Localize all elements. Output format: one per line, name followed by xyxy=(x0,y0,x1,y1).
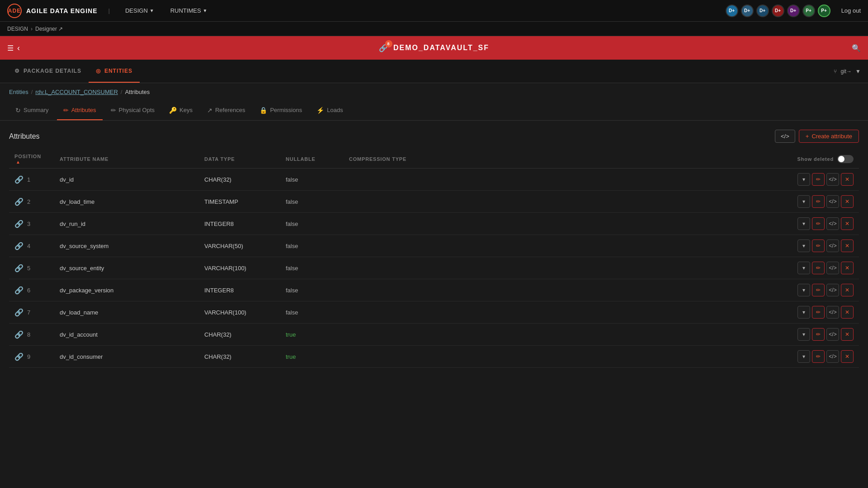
table-row: 🔗 2 dv_load_timeTIMESTAMPfalse ▾ ✏ </> ✕ xyxy=(9,191,859,213)
tab-physical-opts[interactable]: ✏ Physical Opts xyxy=(104,101,161,120)
avatar-1[interactable]: D+ xyxy=(726,5,738,17)
show-deleted-label: Show deleted xyxy=(797,156,834,162)
tab-summary[interactable]: ↻ Summary xyxy=(9,101,55,120)
row-expand-button[interactable]: ▾ xyxy=(797,262,810,274)
row-code-button[interactable]: </> xyxy=(826,173,839,186)
edit-icon: ✏ xyxy=(816,243,821,249)
row-delete-button[interactable]: ✕ xyxy=(841,195,854,208)
row-code-button[interactable]: </> xyxy=(826,239,839,252)
row-code-button[interactable]: </> xyxy=(826,195,839,208)
col-compression-type: COMPRESSION TYPE xyxy=(344,150,434,169)
row-edit-button[interactable]: ✏ xyxy=(812,173,825,186)
close-icon: ✕ xyxy=(845,221,849,227)
designer-breadcrumb-link[interactable]: Designer ↗ xyxy=(35,26,63,32)
pos-cell: 🔗 2 xyxy=(9,191,54,213)
row-pos-number: 3 xyxy=(27,221,30,227)
row-delete-button[interactable]: ✕ xyxy=(841,262,854,274)
tab-attributes[interactable]: ✏ Attributes xyxy=(57,101,103,120)
row-code-button[interactable]: </> xyxy=(826,262,839,274)
nullable-cell: false xyxy=(280,213,344,235)
edit-icon: ✏ xyxy=(816,309,821,315)
row-actions-cell: ▾ ✏ </> ✕ xyxy=(434,324,859,346)
entity-breadcrumb-link[interactable]: rdv.L_ACCOUNT_CONSUMER xyxy=(35,89,118,95)
red-header-bar: ☰ ‹ 🔗8 DEMO_DATAVAULT_SF 🔍 xyxy=(0,36,868,60)
close-icon: ✕ xyxy=(845,287,849,293)
nullable-cell: false xyxy=(280,257,344,279)
row-delete-button[interactable]: ✕ xyxy=(841,306,854,319)
row-edit-button[interactable]: ✏ xyxy=(812,306,825,319)
design-breadcrumb-link[interactable]: DESIGN xyxy=(7,26,28,32)
row-pos-number: 7 xyxy=(27,309,30,316)
attr-table-body: 🔗 1 dv_idCHAR(32)false ▾ ✏ </> ✕ 🔗 2 dv_… xyxy=(9,169,859,368)
row-pos-number: 4 xyxy=(27,243,30,249)
nullable-cell: true xyxy=(280,346,344,368)
header-search-icon[interactable]: 🔍 xyxy=(852,44,861,52)
row-edit-button[interactable]: ✏ xyxy=(812,284,825,296)
avatar-6[interactable]: P+ xyxy=(802,5,815,17)
header-db-title: DEMO_DATAVAULT_SF xyxy=(393,44,489,52)
table-row: 🔗 6 dv_package_versionINTEGER8false ▾ ✏ … xyxy=(9,279,859,301)
compression-type-cell xyxy=(344,279,434,301)
table-row: 🔗 9 dv_id_consumerCHAR(32)true ▾ ✏ </> ✕ xyxy=(9,346,859,368)
avatar-3[interactable]: D+ xyxy=(756,5,769,17)
row-expand-button[interactable]: ▾ xyxy=(797,239,810,252)
row-edit-button[interactable]: ✏ xyxy=(812,350,825,363)
menu-icon[interactable]: ☰ xyxy=(7,44,14,52)
row-edit-button[interactable]: ✏ xyxy=(812,195,825,208)
references-label: References xyxy=(215,107,245,113)
avatar-2[interactable]: D+ xyxy=(741,5,754,17)
row-delete-button[interactable]: ✕ xyxy=(841,350,854,363)
avatar-7[interactable]: P+ xyxy=(818,5,830,17)
row-delete-button[interactable]: ✕ xyxy=(841,284,854,296)
code-view-button[interactable]: </> xyxy=(775,130,795,143)
tab-loads[interactable]: ⚡ Loads xyxy=(310,101,349,120)
row-delete-button[interactable]: ✕ xyxy=(841,173,854,186)
row-delete-button[interactable]: ✕ xyxy=(841,328,854,341)
row-expand-button[interactable]: ▾ xyxy=(797,173,810,186)
tab-entities[interactable]: ◎ ENTITIES xyxy=(89,60,140,83)
create-attribute-button[interactable]: + Create attribute xyxy=(799,130,859,143)
attr-name-cell: dv_source_entity xyxy=(54,257,199,279)
row-actions-cell: ▾ ✏ </> ✕ xyxy=(434,279,859,301)
row-code-button[interactable]: </> xyxy=(826,350,839,363)
design-nav-button[interactable]: DESIGN ▼ xyxy=(121,5,159,16)
tab-keys[interactable]: 🔑 Keys xyxy=(163,101,199,120)
row-edit-button[interactable]: ✏ xyxy=(812,328,825,341)
data-type-cell: TIMESTAMP xyxy=(199,191,280,213)
close-icon: ✕ xyxy=(845,353,849,360)
data-type-cell: CHAR(32) xyxy=(199,169,280,191)
row-expand-button[interactable]: ▾ xyxy=(797,195,810,208)
row-edit-button[interactable]: ✏ xyxy=(812,217,825,230)
row-expand-button[interactable]: ▾ xyxy=(797,306,810,319)
row-code-button[interactable]: </> xyxy=(826,328,839,341)
row-delete-button[interactable]: ✕ xyxy=(841,239,854,252)
runtimes-nav-button[interactable]: RUNTIMES ▼ xyxy=(166,5,212,16)
row-code-button[interactable]: </> xyxy=(826,217,839,230)
avatar-5[interactable]: D+ xyxy=(787,5,800,17)
row-expand-button[interactable]: ▾ xyxy=(797,284,810,296)
entities-breadcrumb-link[interactable]: Entities xyxy=(9,89,28,95)
row-edit-button[interactable]: ✏ xyxy=(812,239,825,252)
tab-package-details[interactable]: ⚙ PACKAGE DETAILS xyxy=(7,60,89,83)
row-code-button[interactable]: </> xyxy=(826,284,839,296)
git-action[interactable]: ⑂ git→ ▼ xyxy=(834,68,861,75)
row-expand-button[interactable]: ▾ xyxy=(797,217,810,230)
tab-references[interactable]: ↗ References xyxy=(201,101,251,120)
logout-button[interactable]: Log out xyxy=(841,7,861,14)
row-expand-button[interactable]: ▾ xyxy=(797,328,810,341)
row-delete-button[interactable]: ✕ xyxy=(841,217,854,230)
close-icon: ✕ xyxy=(845,331,849,338)
back-icon[interactable]: ‹ xyxy=(17,43,20,53)
table-row: 🔗 7 dv_load_nameVARCHAR(100)false ▾ ✏ </… xyxy=(9,301,859,324)
col-position[interactable]: POSITION ▲ xyxy=(9,150,54,169)
avatar-4[interactable]: D+ xyxy=(772,5,784,17)
keys-label: Keys xyxy=(179,107,193,113)
row-pos-number: 1 xyxy=(27,176,30,183)
summary-label: Summary xyxy=(24,107,49,113)
row-expand-button[interactable]: ▾ xyxy=(797,350,810,363)
show-deleted-toggle[interactable] xyxy=(837,155,854,163)
tab-permissions[interactable]: 🔒 Permissions xyxy=(253,101,308,120)
loads-icon: ⚡ xyxy=(316,107,324,114)
row-code-button[interactable]: </> xyxy=(826,306,839,319)
row-edit-button[interactable]: ✏ xyxy=(812,262,825,274)
